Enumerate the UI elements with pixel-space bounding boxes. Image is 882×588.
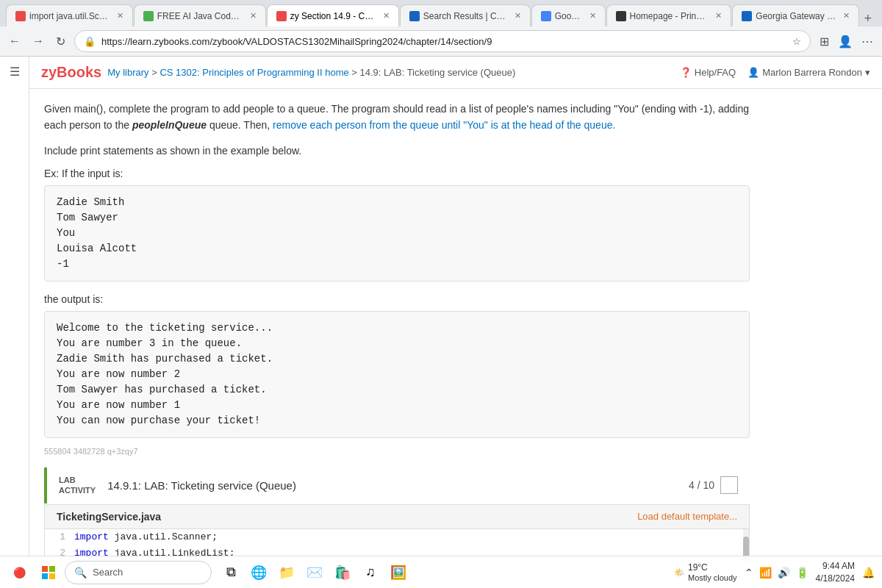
keyword-highlight: peopleInQueue [132, 119, 207, 131]
header-right: ❓ Help/FAQ 👤 Marlon Barrera Rondon ▾ [680, 67, 870, 78]
lab-title: 14.9.1: LAB: Ticketing service (Queue) [107, 479, 296, 492]
breadcrumb: My library > CS 1302: Principles of Prog… [107, 67, 515, 78]
lock-icon: 🔒 [84, 36, 96, 47]
hamburger-icon[interactable]: ☰ [6, 62, 24, 80]
tab-1[interactable]: import java.util.Sca... ✕ [6, 4, 133, 26]
star-icon[interactable]: ☆ [792, 36, 801, 47]
tab-close-1[interactable]: ✕ [117, 11, 123, 21]
battery-icon[interactable]: 🔋 [795, 565, 810, 580]
svg-rect-3 [49, 573, 55, 579]
toolbar-icons: ⊞ 👤 ⋯ [817, 32, 876, 51]
taskbar-app-icons: ⧉ 🌐 📁 ✉️ 🛍️ ♫ 🖼️ [218, 559, 412, 586]
clock[interactable]: 9:44 AM 4/18/2024 [816, 560, 855, 585]
svg-rect-0 [42, 566, 48, 572]
my-library-link[interactable]: My library [107, 67, 148, 78]
tab-3-active[interactable]: zy Section 14.9 - CS 13... ✕ [267, 4, 399, 26]
svg-rect-1 [49, 566, 55, 572]
hash-id: 555804 3482728 q+3zqy7 [44, 447, 750, 456]
remove-link: remove each person from the queue until … [273, 119, 615, 131]
mail-icon[interactable]: ✉️ [301, 559, 328, 586]
tab-close-3[interactable]: ✕ [383, 11, 390, 21]
weather-icon: 🌤️ [674, 567, 685, 578]
tab-5[interactable]: Google ✕ [531, 4, 606, 26]
notification-area: 🔴 [6, 559, 32, 586]
lab-tag: LAB ACTIVITY [59, 475, 96, 496]
page-body: ☰ zyBooks My library > CS 1302: Principl… [0, 57, 882, 562]
notification-icon: 🔴 [13, 567, 26, 578]
content-area: Given main(), complete the program to ad… [29, 89, 764, 562]
progress-box [720, 476, 738, 494]
user-icon: 👤 [747, 67, 759, 78]
chevron-up-icon[interactable]: ⌃ [743, 565, 755, 580]
help-icon: ❓ [680, 67, 692, 78]
editor-header: TicketingService.java Load default templ… [45, 505, 749, 529]
search-magnifier-icon: 🔍 [74, 567, 87, 578]
input-code-box: Zadie Smith Tom Sawyer You Louisa Alcott… [44, 185, 750, 282]
help-button[interactable]: ❓ Help/FAQ [680, 67, 736, 78]
zybooks-logo: zyBooks [41, 64, 101, 81]
tab-close-4[interactable]: ✕ [514, 11, 521, 21]
weather-widget: 🌤️ 19°C Mostly cloudy [674, 562, 737, 583]
extensions-icon[interactable]: ⊞ [817, 32, 832, 51]
load-template-link[interactable]: Load default template... [637, 511, 737, 522]
tab-close-2[interactable]: ✕ [250, 11, 257, 21]
user-button[interactable]: 👤 Marlon Barrera Rondon ▾ [747, 67, 870, 78]
description-paragraph: Given main(), complete the program to ad… [44, 101, 750, 134]
store-icon[interactable]: 🛍️ [329, 559, 356, 586]
menu-icon[interactable]: ⋯ [858, 32, 876, 51]
taskbar-search[interactable]: 🔍 Search [65, 561, 212, 584]
lab-activity-bar: LAB ACTIVITY 14.9.1: LAB: Ticketing serv… [44, 467, 750, 503]
tab-close-7[interactable]: ✕ [843, 11, 850, 21]
edge-icon[interactable]: 🌐 [245, 559, 272, 586]
output-label: the output is: [44, 293, 750, 305]
main-content: zyBooks My library > CS 1302: Principles… [29, 57, 882, 562]
volume-icon[interactable]: 🔊 [776, 565, 792, 580]
back-button[interactable]: ← [6, 32, 24, 51]
tab-4[interactable]: Search Results | Co... ✕ [400, 4, 531, 26]
svg-rect-2 [42, 573, 48, 579]
chevron-down-icon: ▾ [865, 67, 870, 78]
home-link[interactable]: home [325, 67, 349, 78]
sidebar: ☰ [0, 57, 29, 562]
windows-logo [41, 565, 56, 580]
photos-icon[interactable]: 🖼️ [385, 559, 412, 586]
tab-close-6[interactable]: ✕ [715, 11, 722, 21]
system-tray: ⌃ 📶 🔊 🔋 [743, 565, 810, 580]
filename: TicketingService.java [57, 511, 161, 523]
forward-button[interactable]: → [29, 32, 47, 51]
code-line-1: 1 import java.util.Scanner; [45, 529, 749, 545]
tab-6[interactable]: Homepage - Princi... ✕ [606, 4, 732, 26]
description-paragraph-2: Include print statements as shown in the… [44, 143, 750, 159]
search-text: Search [93, 567, 123, 578]
tab-2[interactable]: FREE AI Java Code C... ✕ [134, 4, 266, 26]
new-tab-button[interactable]: + [860, 11, 877, 26]
lab-progress: 4 / 10 [689, 476, 738, 494]
notification-bell-icon[interactable]: 🔔 [861, 565, 876, 580]
browser-chrome: import java.util.Sca... ✕ FREE AI Java C… [0, 0, 882, 57]
address-bar[interactable]: 🔒 https://learn.zybooks.com/zybook/VALDO… [74, 30, 811, 52]
taskview-icon[interactable]: ⧉ [218, 559, 244, 586]
tabs-bar: import java.util.Sca... ✕ FREE AI Java C… [0, 0, 882, 26]
editor-container: TicketingService.java Load default templ… [44, 504, 750, 562]
taskbar: 🔴 🔍 Search ⧉ 🌐 📁 ✉️ 🛍️ ♫ 🖼️ 🌤️ 19°C Most… [0, 556, 882, 588]
music-icon[interactable]: ♫ [357, 559, 384, 586]
address-bar-row: ← → ↻ 🔒 https://learn.zybooks.com/zybook… [0, 26, 882, 56]
wifi-icon[interactable]: 📶 [758, 565, 773, 580]
taskbar-right: 🌤️ 19°C Mostly cloudy ⌃ 📶 🔊 🔋 9:44 AM 4/… [674, 560, 876, 585]
zybooks-header: zyBooks My library > CS 1302: Principles… [29, 57, 882, 89]
tab-close-5[interactable]: ✕ [589, 11, 596, 21]
profile-icon[interactable]: 👤 [835, 32, 856, 51]
ex-label: Ex: If the input is: [44, 168, 750, 179]
explorer-icon[interactable]: 📁 [273, 559, 300, 586]
section-label: 14.9: LAB: Ticketing service (Queue) [360, 67, 516, 78]
reload-button[interactable]: ↻ [53, 32, 68, 51]
start-button[interactable] [35, 559, 62, 586]
course-link[interactable]: CS 1302: Principles of Programming II [159, 67, 322, 78]
tab-7[interactable]: Georgia Gateway -... ✕ [732, 4, 858, 26]
output-code-box: Welcome to the ticketing service... You … [44, 311, 750, 438]
